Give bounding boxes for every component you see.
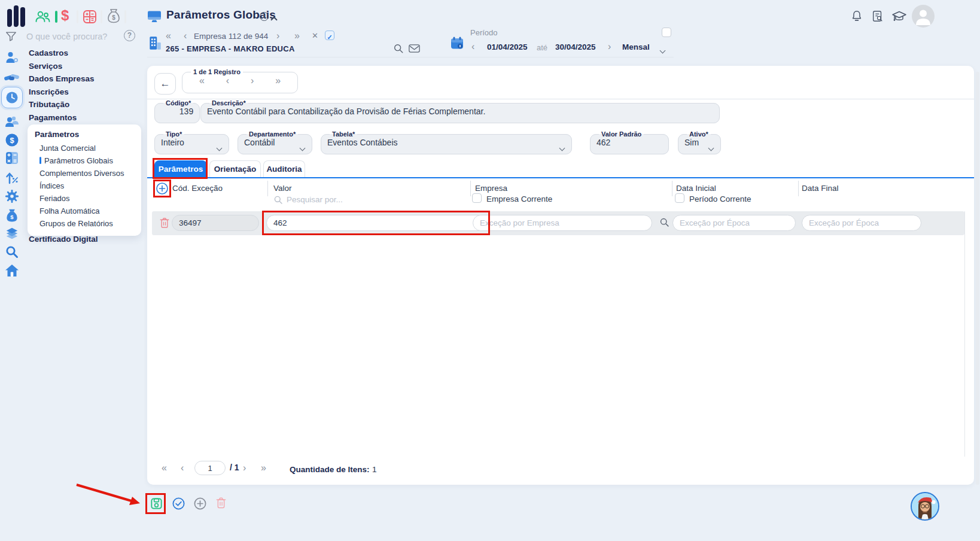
sidebar-item-grupos-relatorios[interactable]: Grupos de Relatórios	[35, 217, 134, 230]
company-first-button[interactable]: «	[166, 31, 171, 41]
screen-title-icon	[147, 10, 162, 23]
company-filter-checkbox[interactable]	[325, 31, 334, 40]
module-icon-people[interactable]	[35, 10, 51, 24]
departamento-select[interactable]: Departamento* Contábil	[238, 130, 312, 154]
sidebar-item-junta-comercial[interactable]: Junta Comercial	[35, 142, 134, 154]
audit-log-button[interactable]	[871, 9, 884, 23]
separator	[124, 10, 126, 23]
tipo-select[interactable]: Tipo* Inteiro	[154, 130, 229, 154]
app-logo[interactable]	[7, 5, 27, 28]
record-first-button[interactable]: «	[199, 76, 205, 86]
sidebar-search-input[interactable]	[26, 30, 116, 43]
sidebar-item-complementos-diversos[interactable]: Complementos Diversos	[35, 167, 134, 180]
company-mail-button[interactable]	[409, 44, 420, 53]
company-last-button[interactable]: »	[294, 31, 300, 41]
tabs-underline	[147, 177, 974, 178]
grid-search-input[interactable]	[287, 193, 394, 206]
sidebar-item-pagamentos[interactable]: Pagamentos	[29, 113, 77, 122]
info-icon[interactable]: i	[260, 12, 269, 21]
period-next-button[interactable]: ›	[608, 42, 611, 51]
empresa-corrente-checkbox[interactable]	[472, 193, 482, 203]
rail-icon-trending[interactable]	[5, 170, 19, 184]
record-next-button[interactable]: ›	[251, 76, 254, 86]
column-divider	[798, 181, 799, 196]
codigo-field[interactable]: Código* 139	[154, 99, 200, 123]
rail-icon-settings[interactable]	[5, 189, 19, 203]
module-icon-moneybag[interactable]: $	[107, 8, 120, 24]
record-prev-button[interactable]: ‹	[226, 76, 229, 86]
period-start-date[interactable]: 01/04/2025	[487, 42, 528, 51]
sidebar-item-folha-automatica[interactable]: Folha Automática	[35, 205, 134, 217]
rail-icon-search[interactable]	[5, 245, 19, 259]
cod-excecao-input[interactable]	[172, 215, 259, 231]
back-button[interactable]: ←	[154, 73, 176, 95]
page-next-button[interactable]: ›	[243, 463, 246, 473]
row-delete-button[interactable]	[159, 217, 170, 229]
sidebar-item-tributacao[interactable]: Tributação	[29, 100, 69, 109]
rail-icon-moneybag[interactable]: $	[5, 208, 19, 223]
record-last-button[interactable]: »	[275, 76, 281, 86]
training-button[interactable]	[891, 10, 907, 23]
period-mode-select[interactable]: Mensal	[622, 42, 650, 51]
sidebar-item-certificado-digital[interactable]: Certificado Digital	[29, 235, 98, 244]
valor-padrao-field[interactable]: Valor Padrão 462	[590, 130, 669, 154]
company-prev-button[interactable]: ‹	[184, 31, 187, 41]
ativo-label: Ativo*	[687, 130, 711, 138]
delete-record-button[interactable]	[215, 496, 227, 510]
company-search-button[interactable]	[393, 43, 404, 54]
tabela-select[interactable]: Tabela* Eventos Contábeis	[321, 130, 572, 154]
excecao-empresa-input[interactable]	[473, 215, 652, 231]
sidebar-item-cadastros[interactable]: Cadastros	[29, 48, 68, 57]
tab-auditoria[interactable]: Auditoria	[263, 160, 305, 177]
tab-parametros[interactable]: Parâmetros	[154, 160, 207, 177]
collapse-header-button[interactable]	[272, 14, 276, 25]
tab-orientacao[interactable]: Orientação	[209, 160, 261, 177]
data-final-input[interactable]	[802, 215, 921, 231]
sidebar-item-parametros-globais[interactable]: Parâmetros Globais	[35, 154, 134, 167]
new-record-button[interactable]	[193, 497, 207, 510]
page-first-button[interactable]: «	[162, 463, 167, 473]
module-icon-calculator[interactable]	[83, 10, 97, 24]
rail-icon-calculator[interactable]	[5, 151, 19, 165]
company-next-button[interactable]: ›	[276, 31, 279, 41]
rail-icon-dollar[interactable]: $	[5, 133, 19, 147]
company-clear-button[interactable]: ✕	[312, 31, 318, 41]
money-bag-blue-icon: $	[5, 208, 19, 223]
sidebar-group-parametros[interactable]: Parâmetros	[35, 130, 134, 139]
period-prev-button[interactable]: ‹	[471, 42, 474, 51]
period-checkbox[interactable]	[662, 28, 671, 37]
page-scrollbar[interactable]	[976, 72, 979, 485]
module-icon-finance[interactable]: $	[61, 7, 69, 24]
save-button[interactable]	[150, 497, 163, 510]
rail-icon-home[interactable]	[5, 264, 19, 277]
sidebar-item-servicos[interactable]: Serviços	[29, 62, 62, 71]
assistant-avatar[interactable]	[911, 492, 939, 521]
notifications-button[interactable]	[850, 9, 863, 23]
descricao-field[interactable]: Descrição* Evento Contábil para Contabil…	[200, 99, 720, 123]
rail-icon-user-settings[interactable]	[5, 50, 19, 65]
ativo-select[interactable]: Ativo* Sim	[678, 130, 721, 154]
sidebar-item-feriados[interactable]: Feriados	[35, 192, 134, 205]
add-row-button[interactable]	[156, 182, 169, 195]
period-mode-chevron[interactable]	[661, 44, 665, 55]
valor-input[interactable]	[266, 215, 486, 231]
help-button[interactable]: ?	[124, 30, 135, 41]
periodo-corrente-checkbox[interactable]	[675, 193, 684, 203]
rail-icon-layers[interactable]	[5, 227, 19, 241]
period-end-date[interactable]: 30/04/2025	[555, 42, 596, 51]
page-prev-button[interactable]: ‹	[181, 463, 184, 473]
rail-icon-time-active[interactable]	[1, 87, 23, 108]
rail-icon-handshake[interactable]	[4, 71, 20, 84]
descricao-label: Descrição*	[209, 99, 248, 107]
page-last-button[interactable]: »	[261, 463, 266, 473]
sidebar-item-inscricoes[interactable]: Inscrições	[29, 87, 69, 96]
sidebar-item-indices[interactable]: Índices	[35, 180, 134, 192]
user-avatar[interactable]	[912, 5, 935, 28]
filter-button[interactable]	[5, 31, 17, 42]
page-number-input[interactable]	[194, 461, 226, 475]
sidebar-item-dados-empresas[interactable]: Dados Empresas	[29, 74, 95, 83]
empresa-lookup-button[interactable]	[659, 217, 669, 227]
confirm-button[interactable]	[172, 497, 185, 510]
data-inicial-input[interactable]	[672, 215, 796, 231]
rail-icon-users[interactable]	[4, 115, 20, 128]
